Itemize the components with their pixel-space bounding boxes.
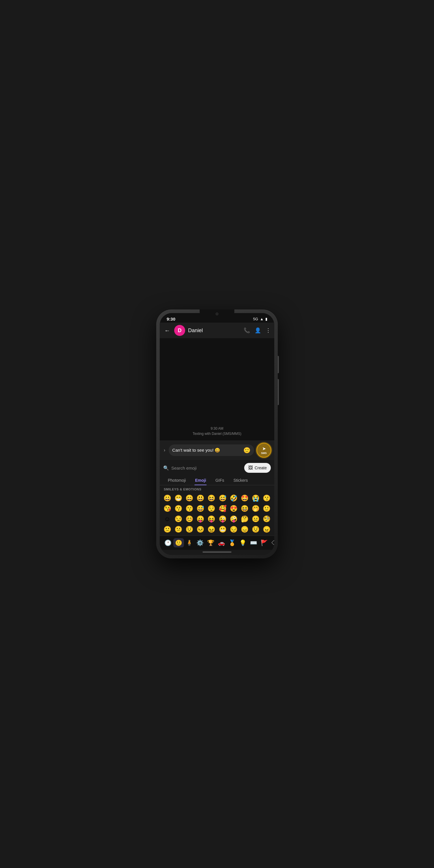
message-input-wrapper: Can't wait to see you! 😀 🙂 bbox=[169, 444, 254, 456]
emoji-cell[interactable]: 🤔 bbox=[239, 514, 250, 524]
emoji-cell[interactable]: 😗 bbox=[173, 504, 183, 514]
add-contact-icon[interactable]: 👤 bbox=[255, 327, 261, 334]
tab-photomoji[interactable]: Photomoji bbox=[163, 476, 190, 485]
recent-icon[interactable]: 🕐 bbox=[163, 538, 173, 548]
phone-screen: 9:30 5G ▲ ▮ ← D Daniel 📞 👤 ⋮ 9:30 AM Tex… bbox=[160, 313, 274, 555]
emoji-search-row: 🔍 Search emoji 🖼 Create bbox=[160, 460, 274, 476]
emoji-cell[interactable]: 😘 bbox=[162, 504, 173, 514]
emoji-cell[interactable]: 😕 bbox=[173, 525, 183, 534]
search-placeholder[interactable]: Search emoji bbox=[171, 466, 197, 470]
emoji-cell[interactable]: 😒 bbox=[173, 514, 183, 524]
emoji-cell[interactable]: 😅 bbox=[217, 493, 228, 503]
create-label: Create bbox=[255, 466, 267, 470]
emoji-picker-icon[interactable]: 🙂 bbox=[243, 447, 251, 454]
emoji-cell[interactable]: 🤪 bbox=[228, 514, 239, 524]
emoji-cell[interactable]: 😄 bbox=[184, 493, 194, 503]
chat-body: 9:30 AM Texting with Daniel (SMS/MMS) bbox=[160, 338, 274, 440]
emoji-cell[interactable]: 😝 bbox=[206, 514, 217, 524]
chat-timestamp: 9:30 AM bbox=[164, 427, 270, 431]
send-label: SMS bbox=[261, 452, 267, 455]
emoji-cell[interactable]: 🧐 bbox=[261, 514, 272, 524]
keyboard-category-icon[interactable]: ⌨️ bbox=[248, 538, 259, 548]
emoji-cell[interactable]: 🥰 bbox=[217, 504, 228, 514]
emoji-cell[interactable]: 😗 bbox=[261, 493, 272, 503]
delete-icon[interactable]: ⌫ bbox=[270, 538, 274, 548]
create-button[interactable]: 🖼 Create bbox=[244, 463, 271, 473]
input-row: › Can't wait to see you! 😀 🙂 ➤ SMS bbox=[160, 440, 274, 460]
emoji-cell[interactable]: 😭 bbox=[251, 493, 261, 503]
emoji-cell[interactable]: 😟 bbox=[184, 525, 194, 534]
symbols-category-icon[interactable]: 💡 bbox=[238, 538, 248, 548]
emoji-cell[interactable]: 😊 bbox=[184, 514, 194, 524]
people-category-icon[interactable]: 🧍 bbox=[184, 538, 195, 548]
emoji-tabs: Photomoji Emoji GIFs Stickers bbox=[160, 476, 274, 485]
emoji-cell[interactable]: 🤣 bbox=[228, 493, 239, 503]
flags-category-icon[interactable]: 🚩 bbox=[259, 538, 270, 548]
emoji-cell[interactable]: 😔 bbox=[228, 525, 239, 534]
contact-avatar: D bbox=[174, 325, 185, 336]
trophy-category-icon[interactable]: 🏅 bbox=[227, 538, 238, 548]
home-bar bbox=[203, 552, 231, 553]
emoji-cell[interactable]: 😌 bbox=[206, 504, 217, 514]
emoji-cell[interactable]: 😆 bbox=[239, 504, 250, 514]
search-left: 🔍 Search emoji bbox=[163, 465, 241, 471]
emoji-cell[interactable]: 😬 bbox=[217, 525, 228, 534]
message-input[interactable]: Can't wait to see you! 😀 bbox=[172, 447, 241, 453]
tab-stickers[interactable]: Stickers bbox=[229, 476, 253, 485]
emoji-cell[interactable]: 😜 bbox=[217, 514, 228, 524]
emoji-cell[interactable]: 😀 bbox=[162, 493, 173, 503]
emoji-cell[interactable]: 😣 bbox=[195, 525, 206, 534]
search-icon: 🔍 bbox=[163, 465, 169, 471]
tab-gifs[interactable]: GIFs bbox=[211, 476, 228, 485]
emoji-cell[interactable]: 🤩 bbox=[239, 493, 250, 503]
chat-sms-note: Texting with Daniel (SMS/MMS) bbox=[164, 432, 270, 436]
emoji-bottom-bar: 🕐 🙂 🧍 ⚙️ 🏆 🚗 🏅 💡 ⌨️ 🚩 ⌫ bbox=[160, 535, 274, 550]
send-arrow-icon: ➤ bbox=[262, 446, 266, 452]
emoji-cell[interactable]: 😐 bbox=[251, 514, 261, 524]
contact-name: Daniel bbox=[188, 328, 241, 334]
battery-icon: ▮ bbox=[265, 317, 267, 321]
emoji-cell[interactable]: 😟 bbox=[251, 525, 261, 534]
emoji-cell[interactable]: 🤭 bbox=[251, 504, 261, 514]
emoji-cell[interactable]: 😃 bbox=[195, 493, 206, 503]
status-time: 9:30 bbox=[167, 316, 175, 321]
emoji-cell[interactable]: 😅 bbox=[195, 504, 206, 514]
emoji-cell[interactable]: 🙂 bbox=[261, 504, 272, 514]
emoji-cell[interactable]: ☺️ bbox=[162, 514, 173, 524]
status-icons: 5G ▲ ▮ bbox=[253, 317, 267, 321]
notch bbox=[199, 310, 235, 318]
expand-button[interactable]: › bbox=[163, 446, 166, 454]
chat-header: ← D Daniel 📞 👤 ⋮ bbox=[160, 322, 274, 338]
emoji-cell[interactable]: 🙁 bbox=[162, 525, 173, 534]
create-icon: 🖼 bbox=[248, 465, 253, 470]
back-button[interactable]: ← bbox=[163, 326, 171, 335]
emoji-cell[interactable]: 😖 bbox=[206, 525, 217, 534]
emoji-keyboard: 🔍 Search emoji 🖼 Create Photomoji Emoji … bbox=[160, 460, 274, 555]
emoji-cell[interactable]: 😁 bbox=[173, 493, 183, 503]
tab-emoji[interactable]: Emoji bbox=[190, 476, 211, 485]
activity-category-icon[interactable]: ⚙️ bbox=[195, 538, 206, 548]
more-options-icon[interactable]: ⋮ bbox=[266, 327, 271, 334]
emoji-cell[interactable]: 😆 bbox=[206, 493, 217, 503]
emoji-cell[interactable]: 😞 bbox=[239, 525, 250, 534]
chat-meta: 9:30 AM Texting with Daniel (SMS/MMS) bbox=[164, 427, 270, 436]
emoji-section-label: SMILEYS & EMOTIONS bbox=[160, 485, 274, 492]
emoji-cell[interactable]: 😠 bbox=[261, 525, 272, 534]
camera bbox=[216, 312, 218, 315]
travel-category-icon[interactable]: 🚗 bbox=[216, 538, 227, 548]
send-button[interactable]: ➤ SMS bbox=[256, 443, 271, 458]
emoji-cell[interactable]: 😙 bbox=[184, 504, 194, 514]
phone-frame: 9:30 5G ▲ ▮ ← D Daniel 📞 👤 ⋮ 9:30 AM Tex… bbox=[156, 310, 278, 558]
objects-category-icon[interactable]: 🏆 bbox=[206, 538, 216, 548]
emoji-cell[interactable]: 😛 bbox=[195, 514, 206, 524]
smiley-category-icon[interactable]: 🙂 bbox=[173, 538, 184, 548]
signal-icon: ▲ bbox=[260, 317, 264, 321]
header-action-icons: 📞 👤 ⋮ bbox=[244, 327, 271, 334]
home-indicator bbox=[160, 550, 274, 555]
phone-call-icon[interactable]: 📞 bbox=[244, 327, 250, 334]
network-icon: 5G bbox=[253, 317, 258, 321]
emoji-cell[interactable]: 😍 bbox=[228, 504, 239, 514]
emoji-grid: 😀 😁 😄 😃 😆 😅 🤣 🤩 😭 😗 😘 😗 😙 😅 😌 🥰 😍 😆 bbox=[160, 492, 274, 535]
